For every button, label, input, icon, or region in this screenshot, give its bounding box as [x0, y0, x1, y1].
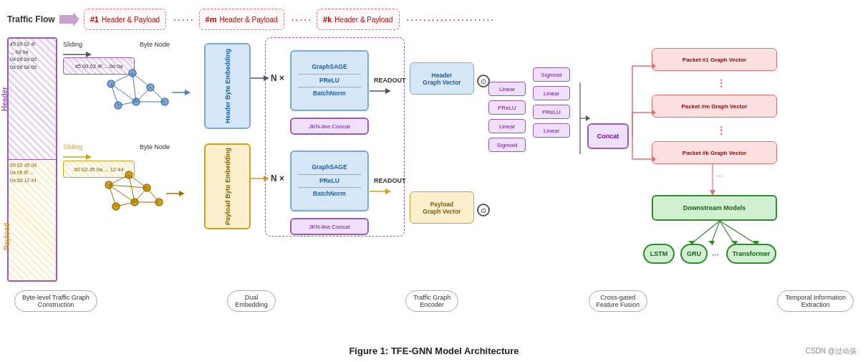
- arrows-downstream-to-models: [655, 221, 784, 249]
- pill-text-m: Header & Payload: [219, 16, 277, 24]
- fusion-prelu-r1-label: PReLU: [542, 109, 561, 115]
- nx-label-header: N ×: [271, 73, 284, 83]
- nx-label-payload: N ×: [271, 173, 284, 184]
- fusion-linear-r1-label: Linear: [544, 90, 559, 97]
- traffic-flow-label: Traffic Flow: [7, 14, 55, 24]
- jkn-label-payload: JKN-like Concat: [309, 224, 349, 230]
- jkn-block-header: JKN-like Concat: [290, 118, 369, 135]
- dots-between-packets-2: ⋮: [716, 125, 726, 136]
- readout-header-label: READOUT: [374, 77, 406, 84]
- payload-region: 60 02 45 0d0a 06 6f ...0a 5d 12 44: [9, 160, 56, 281]
- svg-line-34: [147, 188, 159, 202]
- packet-vec-k-label: Packet #k Graph Vector: [683, 150, 746, 156]
- embed-header-label: Header Byte Embedding: [224, 49, 231, 123]
- fusion-linear-r2: Linear: [533, 123, 570, 138]
- packet-vec-k: Packet #k Graph Vector: [652, 141, 777, 164]
- svg-line-9: [132, 73, 150, 87]
- arrow-enc-readout-header: [370, 86, 392, 97]
- transformer-label: Transformer: [733, 250, 771, 257]
- jkn-label-header: JKN-like Concat: [309, 123, 349, 130]
- flow-pill-1: #1 Header & Payload: [84, 9, 166, 30]
- svg-marker-53: [652, 63, 656, 69]
- fusion-linear-2: Linear: [488, 119, 526, 133]
- arrows-concat-to-packets: [629, 44, 656, 252]
- header-graph-vector-box: HeaderGraph Vector: [410, 62, 474, 95]
- svg-marker-46: [385, 189, 391, 194]
- svg-line-31: [109, 185, 116, 206]
- svg-line-10: [136, 87, 150, 102]
- pill-num-k: #k: [323, 15, 332, 24]
- gnn-graphsage-payload: GraphSAGE: [312, 163, 347, 172]
- svg-line-63: [720, 221, 756, 244]
- gnn-prelu-header: PReLU: [319, 77, 339, 85]
- pill-text-k: Header & Payload: [334, 16, 392, 24]
- concat-box: Concat: [587, 123, 629, 149]
- byte-node-header-label: Byte Node: [140, 41, 170, 48]
- svg-line-28: [129, 175, 147, 188]
- packet-vec-m-label: Packet #m Graph Vector: [681, 103, 747, 110]
- svg-line-8: [111, 73, 132, 84]
- embed-box-header: Header Byte Embedding: [204, 43, 251, 129]
- svg-marker-64: [688, 241, 695, 245]
- bottom-labels-row: Byte-level Traffic GraphConstruction Dua…: [7, 290, 861, 312]
- figure-caption: Figure 1: TFE-GNN Model Architecture: [0, 346, 868, 356]
- payload-side-label: Payload: [3, 223, 11, 250]
- fusion-prelu-1-label: PReLU: [498, 105, 516, 111]
- downstream-models-label: Downstream Models: [683, 204, 746, 211]
- gnn-graphsage-header: GraphSAGE: [312, 63, 347, 72]
- header-graph-vector-label: HeaderGraph Vector: [423, 72, 460, 86]
- byte-node-payload-label: Byte Node: [140, 143, 170, 151]
- svg-line-62: [720, 221, 734, 244]
- svg-line-33: [129, 175, 135, 202]
- bottom-label-byte: Byte-level Traffic GraphConstruction: [14, 290, 97, 312]
- dots-between-packets: ⋮: [716, 77, 726, 89]
- fusion-linear-r2-label: Linear: [544, 128, 559, 134]
- diagram-area: 45 00 02 4f... 0d 0a0a 0d 0a 0d0a 0d 0a …: [7, 37, 861, 312]
- fusion-linear-2-label: Linear: [499, 123, 515, 130]
- arrows-to-downstream: [666, 164, 759, 200]
- bottom-label-dual: DualEmbedding: [227, 290, 276, 312]
- sliding-header-label: Sliding: [63, 41, 92, 48]
- arrow-enc-readout-payload: [370, 186, 392, 197]
- watermark: CSDN @过动孩: [806, 346, 857, 356]
- packet-vec-1: Packet #1 Graph Vector: [652, 48, 777, 71]
- svg-marker-38: [179, 191, 185, 196]
- concat-label: Concat: [597, 133, 619, 140]
- svg-marker-66: [731, 241, 738, 245]
- payload-graph-vector-box: PayloadGraph Vector: [410, 191, 474, 224]
- header-graph-svg: [93, 62, 193, 130]
- pill-num-1: #1: [90, 15, 99, 24]
- svg-marker-69: [710, 190, 715, 196]
- main-container: Traffic Flow #1 Header & Payload ····· #…: [0, 0, 868, 362]
- svg-marker-20: [86, 154, 92, 160]
- embed-payload-label: Payload Byte Embedding: [224, 148, 231, 225]
- flow-dots-2: ·····: [291, 14, 312, 25]
- header-hex-text: 45 00 02 4f... 0d 0a0a 0d 0a 0d0a 0d 0a …: [9, 39, 56, 73]
- fusion-prelu-r1: PReLU: [533, 105, 570, 119]
- traffic-flow-bar: Traffic Flow #1 Header & Payload ····· #…: [7, 6, 861, 33]
- fusion-linear-r1: Linear: [533, 86, 570, 100]
- packet-vec-1-label: Packet #1 Graph Vector: [683, 57, 746, 63]
- svg-line-29: [135, 188, 147, 202]
- svg-marker-59: [652, 156, 656, 162]
- fusion-prelu-1: PReLU: [488, 100, 526, 115]
- sigmoid-top-box: Sigmoid: [533, 67, 570, 82]
- flow-dots-end: ·····················: [407, 14, 496, 25]
- svg-line-32: [109, 185, 135, 202]
- gnn-block-header: GraphSAGE PReLU BatchNorm: [290, 50, 369, 111]
- fusion-linear-1: Linear: [488, 82, 526, 96]
- gnn-block-payload: GraphSAGE PReLU BatchNorm: [290, 151, 369, 211]
- traffic-flow-arrow: [59, 12, 79, 27]
- svg-marker-56: [652, 110, 656, 115]
- svg-line-12: [111, 84, 118, 105]
- gnn-batchnorm-header: BatchNorm: [313, 90, 346, 98]
- svg-marker-18: [185, 90, 191, 95]
- payload-graph-svg: [93, 165, 193, 229]
- hadamard-top: ⊙: [477, 75, 490, 87]
- payload-hex-text: 60 02 45 0d0a 06 6f ...0a 5d 12 44: [9, 160, 56, 187]
- gnn-batchnorm-payload: BatchNorm: [313, 190, 346, 199]
- svg-marker-50: [586, 115, 590, 121]
- hadamard-bottom: ⊙: [477, 204, 490, 216]
- svg-marker-65: [708, 241, 715, 245]
- flow-pill-k: #k Header & Payload: [317, 9, 399, 30]
